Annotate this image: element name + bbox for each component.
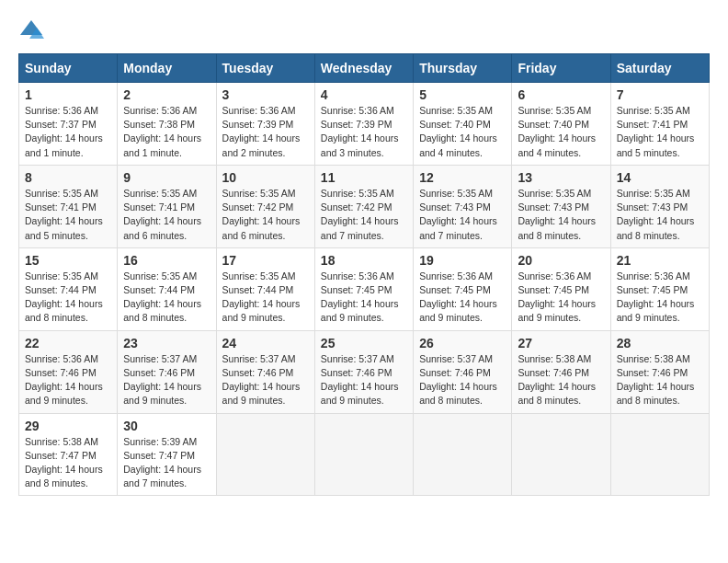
day-cell: 8 Sunrise: 5:35 AM Sunset: 7:41 PM Dayli… <box>19 165 118 247</box>
day-number: 18 <box>321 253 407 268</box>
calendar-table: SundayMondayTuesdayWednesdayThursdayFrid… <box>18 53 710 496</box>
header-cell-saturday: Saturday <box>610 54 709 83</box>
day-number: 2 <box>123 87 210 102</box>
day-info: Sunrise: 5:36 AM Sunset: 7:38 PM Dayligh… <box>123 104 210 160</box>
week-row-5: 29 Sunrise: 5:38 AM Sunset: 7:47 PM Dayl… <box>19 413 710 496</box>
day-info: Sunrise: 5:36 AM Sunset: 7:39 PM Dayligh… <box>222 104 309 160</box>
day-cell <box>314 413 413 496</box>
day-info: Sunrise: 5:35 AM Sunset: 7:44 PM Dayligh… <box>123 270 210 326</box>
day-number: 13 <box>518 170 604 185</box>
day-cell <box>414 413 512 496</box>
header-cell-monday: Monday <box>118 54 216 83</box>
week-row-3: 15 Sunrise: 5:35 AM Sunset: 7:44 PM Dayl… <box>19 247 710 330</box>
day-number: 5 <box>419 87 506 102</box>
day-number: 29 <box>25 419 111 433</box>
day-cell: 24 Sunrise: 5:37 AM Sunset: 7:46 PM Dayl… <box>216 330 314 413</box>
day-info: Sunrise: 5:38 AM Sunset: 7:47 PM Dayligh… <box>25 435 111 491</box>
day-cell: 29 Sunrise: 5:38 AM Sunset: 7:47 PM Dayl… <box>19 413 118 496</box>
day-cell: 19 Sunrise: 5:36 AM Sunset: 7:45 PM Dayl… <box>414 247 512 330</box>
day-number: 28 <box>617 336 703 350</box>
day-cell: 13 Sunrise: 5:35 AM Sunset: 7:43 PM Dayl… <box>512 165 610 247</box>
day-info: Sunrise: 5:35 AM Sunset: 7:40 PM Dayligh… <box>518 104 604 160</box>
day-info: Sunrise: 5:38 AM Sunset: 7:46 PM Dayligh… <box>617 352 703 408</box>
day-info: Sunrise: 5:37 AM Sunset: 7:46 PM Dayligh… <box>419 352 506 408</box>
day-info: Sunrise: 5:35 AM Sunset: 7:40 PM Dayligh… <box>419 104 506 160</box>
day-info: Sunrise: 5:36 AM Sunset: 7:45 PM Dayligh… <box>518 270 604 326</box>
day-info: Sunrise: 5:35 AM Sunset: 7:42 PM Dayligh… <box>321 187 407 243</box>
day-info: Sunrise: 5:35 AM Sunset: 7:41 PM Dayligh… <box>25 187 111 243</box>
day-cell: 28 Sunrise: 5:38 AM Sunset: 7:46 PM Dayl… <box>610 330 709 413</box>
day-info: Sunrise: 5:35 AM Sunset: 7:41 PM Dayligh… <box>123 187 210 243</box>
day-cell: 5 Sunrise: 5:35 AM Sunset: 7:40 PM Dayli… <box>414 83 512 166</box>
day-number: 24 <box>222 336 309 350</box>
day-cell: 27 Sunrise: 5:38 AM Sunset: 7:46 PM Dayl… <box>512 330 610 413</box>
header-cell-tuesday: Tuesday <box>216 54 314 83</box>
day-number: 12 <box>419 170 506 185</box>
day-cell: 26 Sunrise: 5:37 AM Sunset: 7:46 PM Dayl… <box>414 330 512 413</box>
day-number: 15 <box>25 253 111 268</box>
day-info: Sunrise: 5:35 AM Sunset: 7:43 PM Dayligh… <box>518 187 604 243</box>
day-number: 22 <box>25 336 111 350</box>
header-row: SundayMondayTuesdayWednesdayThursdayFrid… <box>19 54 710 83</box>
day-cell: 22 Sunrise: 5:36 AM Sunset: 7:46 PM Dayl… <box>19 330 118 413</box>
page-header <box>18 18 710 44</box>
day-cell: 9 Sunrise: 5:35 AM Sunset: 7:41 PM Dayli… <box>118 165 216 247</box>
day-cell: 3 Sunrise: 5:36 AM Sunset: 7:39 PM Dayli… <box>216 83 314 166</box>
day-info: Sunrise: 5:36 AM Sunset: 7:45 PM Dayligh… <box>617 270 703 326</box>
day-info: Sunrise: 5:37 AM Sunset: 7:46 PM Dayligh… <box>321 352 407 408</box>
day-cell <box>512 413 610 496</box>
day-number: 9 <box>123 170 210 185</box>
day-info: Sunrise: 5:35 AM Sunset: 7:43 PM Dayligh… <box>419 187 506 243</box>
day-cell: 23 Sunrise: 5:37 AM Sunset: 7:46 PM Dayl… <box>118 330 216 413</box>
day-info: Sunrise: 5:35 AM Sunset: 7:42 PM Dayligh… <box>222 187 309 243</box>
day-info: Sunrise: 5:36 AM Sunset: 7:37 PM Dayligh… <box>25 104 111 160</box>
day-number: 14 <box>617 170 703 185</box>
day-info: Sunrise: 5:39 AM Sunset: 7:47 PM Dayligh… <box>123 435 210 491</box>
header-cell-sunday: Sunday <box>19 54 118 83</box>
day-cell: 4 Sunrise: 5:36 AM Sunset: 7:39 PM Dayli… <box>314 83 413 166</box>
day-cell: 18 Sunrise: 5:36 AM Sunset: 7:45 PM Dayl… <box>314 247 413 330</box>
day-number: 20 <box>518 253 604 268</box>
day-cell: 7 Sunrise: 5:35 AM Sunset: 7:41 PM Dayli… <box>610 83 709 166</box>
day-number: 6 <box>518 87 604 102</box>
day-cell: 16 Sunrise: 5:35 AM Sunset: 7:44 PM Dayl… <box>118 247 216 330</box>
day-info: Sunrise: 5:37 AM Sunset: 7:46 PM Dayligh… <box>123 352 210 408</box>
day-cell: 14 Sunrise: 5:35 AM Sunset: 7:43 PM Dayl… <box>610 165 709 247</box>
week-row-4: 22 Sunrise: 5:36 AM Sunset: 7:46 PM Dayl… <box>19 330 710 413</box>
day-info: Sunrise: 5:36 AM Sunset: 7:46 PM Dayligh… <box>25 352 111 408</box>
day-number: 3 <box>222 87 309 102</box>
day-info: Sunrise: 5:37 AM Sunset: 7:46 PM Dayligh… <box>222 352 309 408</box>
week-row-1: 1 Sunrise: 5:36 AM Sunset: 7:37 PM Dayli… <box>19 83 710 166</box>
day-number: 23 <box>123 336 210 350</box>
logo-icon <box>18 18 44 44</box>
day-info: Sunrise: 5:35 AM Sunset: 7:43 PM Dayligh… <box>617 187 703 243</box>
day-info: Sunrise: 5:35 AM Sunset: 7:44 PM Dayligh… <box>25 270 111 326</box>
day-number: 21 <box>617 253 703 268</box>
day-number: 10 <box>222 170 309 185</box>
day-number: 4 <box>321 87 407 102</box>
header-cell-wednesday: Wednesday <box>314 54 413 83</box>
day-cell: 17 Sunrise: 5:35 AM Sunset: 7:44 PM Dayl… <box>216 247 314 330</box>
day-cell: 20 Sunrise: 5:36 AM Sunset: 7:45 PM Dayl… <box>512 247 610 330</box>
day-number: 19 <box>419 253 506 268</box>
day-cell: 10 Sunrise: 5:35 AM Sunset: 7:42 PM Dayl… <box>216 165 314 247</box>
day-number: 17 <box>222 253 309 268</box>
day-number: 16 <box>123 253 210 268</box>
day-info: Sunrise: 5:38 AM Sunset: 7:46 PM Dayligh… <box>518 352 604 408</box>
day-number: 25 <box>321 336 407 350</box>
logo <box>18 18 48 44</box>
day-number: 8 <box>25 170 111 185</box>
day-info: Sunrise: 5:36 AM Sunset: 7:45 PM Dayligh… <box>419 270 506 326</box>
day-cell: 25 Sunrise: 5:37 AM Sunset: 7:46 PM Dayl… <box>314 330 413 413</box>
day-info: Sunrise: 5:36 AM Sunset: 7:39 PM Dayligh… <box>321 104 407 160</box>
day-cell: 12 Sunrise: 5:35 AM Sunset: 7:43 PM Dayl… <box>414 165 512 247</box>
day-number: 1 <box>25 87 111 102</box>
day-cell: 21 Sunrise: 5:36 AM Sunset: 7:45 PM Dayl… <box>610 247 709 330</box>
day-cell: 2 Sunrise: 5:36 AM Sunset: 7:38 PM Dayli… <box>118 83 216 166</box>
day-number: 7 <box>617 87 703 102</box>
day-number: 11 <box>321 170 407 185</box>
day-cell: 1 Sunrise: 5:36 AM Sunset: 7:37 PM Dayli… <box>19 83 118 166</box>
day-cell: 30 Sunrise: 5:39 AM Sunset: 7:47 PM Dayl… <box>118 413 216 496</box>
day-info: Sunrise: 5:36 AM Sunset: 7:45 PM Dayligh… <box>321 270 407 326</box>
day-number: 26 <box>419 336 506 350</box>
